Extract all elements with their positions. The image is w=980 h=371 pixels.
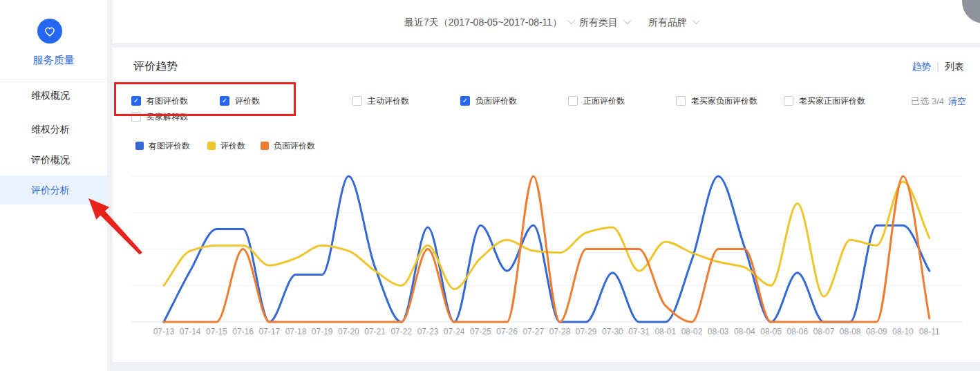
review-trend-panel: 评价趋势 趋势|列表 ✓ 有图评价数 ✓ 评价数 主动评价数 ✓ 负面评价数 正… [113,48,980,362]
sidebar-section-title: 服务质量 [0,54,107,67]
filter-bar: 最近7天（2017-08-05~2017-08-11） 所有类目 所有品牌 [113,0,980,43]
svg-text:07-18: 07-18 [285,327,307,336]
svg-text:07-30: 07-30 [602,327,623,336]
svg-text:08-02: 08-02 [681,327,703,336]
category-label: 所有类目 [579,17,618,28]
svg-text:07-14: 07-14 [180,327,201,336]
heart-icon [43,24,57,38]
svg-text:08-10: 08-10 [892,327,914,336]
chevron-down-icon [567,17,575,24]
svg-text:07-16: 07-16 [232,327,254,336]
chevron-down-icon [692,17,700,24]
sidebar-item-weiquan-overview[interactable]: 维权概况 [0,81,107,110]
date-range-dropdown[interactable]: 最近7天（2017-08-05~2017-08-11） [404,17,575,29]
svg-text:07-24: 07-24 [444,327,465,336]
brand-dropdown[interactable]: 所有品牌 [648,17,700,29]
svg-text:08-01: 08-01 [654,327,676,336]
service-quality-logo [37,19,62,44]
svg-text:07-25: 07-25 [470,327,491,336]
svg-text:08-04: 08-04 [734,327,755,336]
sidebar-item-review-overview[interactable]: 评价概况 [0,145,107,174]
svg-text:07-19: 07-19 [312,327,333,336]
page: { "sidebar": { "section_title": "服务质量", … [0,0,980,371]
sidebar-item-weiquan-analysis[interactable]: 维权分析 [0,115,107,144]
sidebar-item-review-analysis[interactable]: 评价分析 [0,175,107,204]
svg-text:08-08: 08-08 [840,327,861,336]
svg-text:07-29: 07-29 [576,327,597,336]
brand-label: 所有品牌 [648,17,687,28]
trend-line-chart: 07-1307-1407-1507-1607-1707-1807-1907-20… [113,48,980,362]
chevron-down-icon [623,17,631,24]
svg-text:08-06: 08-06 [786,327,808,336]
svg-text:07-26: 07-26 [496,327,518,336]
date-range-label: 最近7天（2017-08-05~2017-08-11） [404,17,562,28]
svg-text:07-17: 07-17 [258,327,280,336]
svg-text:08-11: 08-11 [919,327,940,336]
svg-text:07-27: 07-27 [522,327,544,336]
svg-text:08-09: 08-09 [866,327,887,336]
category-dropdown[interactable]: 所有类目 [579,17,631,29]
svg-text:07-21: 07-21 [364,327,386,336]
sidebar-divider [0,79,107,79]
svg-text:08-07: 08-07 [813,327,835,336]
svg-text:07-20: 07-20 [338,327,359,336]
sidebar: 服务质量 维权概况 维权分析 评价概况 评价分析 [0,0,107,371]
svg-text:08-03: 08-03 [708,327,729,336]
svg-text:07-22: 07-22 [390,327,412,336]
svg-text:07-28: 07-28 [549,327,571,336]
svg-text:08-05: 08-05 [760,327,782,336]
svg-text:07-15: 07-15 [206,327,227,336]
svg-text:07-31: 07-31 [628,327,650,336]
svg-text:07-23: 07-23 [417,327,439,336]
svg-text:07-13: 07-13 [153,327,175,336]
